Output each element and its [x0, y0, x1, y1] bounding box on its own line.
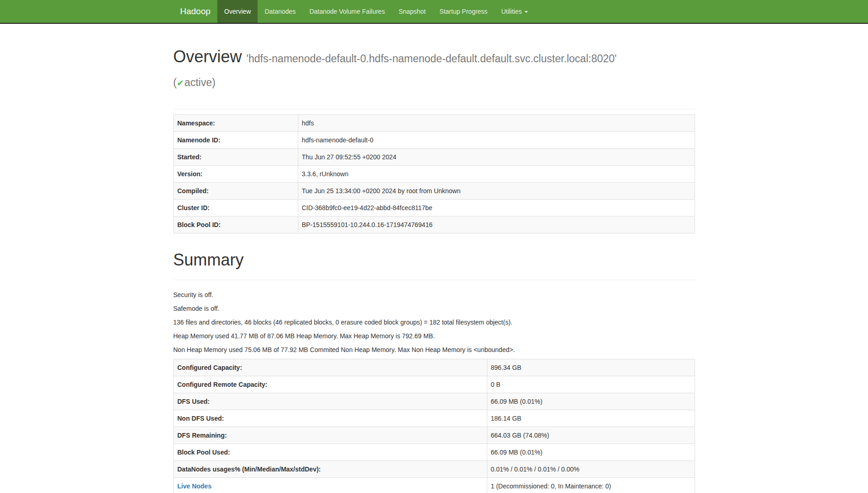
- table-row: Compiled:Tue Jun 25 13:34:00 +0200 2024 …: [173, 183, 695, 200]
- row-label-text: Namespace:: [178, 119, 216, 127]
- row-label-text: DataNodes usages% (Min/Median/Max/stdDev…: [178, 466, 321, 473]
- row-label: Configured Capacity:: [173, 359, 487, 376]
- table-row: Block Pool ID:BP-1515559101-10.244.0.16-…: [173, 217, 695, 233]
- table-row: Block Pool Used:66.09 MB (0.01%): [173, 444, 695, 461]
- navbar: Hadoop OverviewDatanodesDatanode Volume …: [0, 0, 868, 24]
- overview-page-header: Overview 'hdfs-namenode-default-0.hdfs-n…: [173, 48, 695, 109]
- table-row: Namenode ID:hdfs-namenode-default-0: [173, 132, 695, 149]
- table-row: Live Nodes1 (Decommissioned: 0, In Maint…: [173, 478, 695, 493]
- table-row: Version:3.3.6, rUnknown: [173, 166, 695, 183]
- row-label-text: Block Pool Used:: [178, 449, 230, 456]
- nav-item-startup-progress: Startup Progress: [432, 0, 494, 23]
- nav-link-label: Overview: [224, 8, 251, 15]
- caret-down-icon: [524, 11, 528, 13]
- namenode-state: (✔active): [173, 68, 695, 92]
- table-row: DFS Used:66.09 MB (0.01%): [173, 393, 695, 410]
- active-check-icon: ✔: [177, 78, 184, 88]
- row-label-text: Version:: [178, 170, 203, 178]
- nav-link-datanodes[interactable]: Datanodes: [258, 0, 302, 23]
- summary-paragraph: 136 files and directories, 46 blocks (46…: [173, 318, 695, 327]
- row-value: hdfs-namenode-default-0: [298, 132, 695, 149]
- row-label: Block Pool Used:: [173, 444, 487, 461]
- nav-link-datanode-volume-failures[interactable]: Datanode Volume Failures: [302, 0, 392, 23]
- row-value: 66.09 MB (0.01%): [487, 444, 695, 461]
- table-row: DFS Remaining:664.03 GB (74.08%): [173, 427, 695, 444]
- table-row: Configured Capacity:896.34 GB: [173, 359, 695, 376]
- table-row: Non DFS Used:186.14 GB: [173, 410, 695, 427]
- row-label: DataNodes usages% (Min/Median/Max/stdDev…: [173, 461, 487, 478]
- row-value: hdfs: [298, 115, 695, 132]
- row-label: DFS Used:: [173, 393, 487, 410]
- brand-link[interactable]: Hadoop: [173, 0, 218, 23]
- row-label-text: DFS Remaining:: [178, 432, 227, 439]
- row-label-text: Cluster ID:: [178, 204, 210, 211]
- nav-link-label: Utilities: [501, 8, 522, 15]
- main-content: Overview 'hdfs-namenode-default-0.hdfs-n…: [167, 48, 702, 493]
- row-label: DFS Remaining:: [173, 427, 487, 444]
- row-label: Live Nodes: [173, 478, 487, 493]
- row-value: 664.03 GB (74.08%): [487, 427, 695, 444]
- row-value: 3.3.6, rUnknown: [298, 166, 695, 183]
- page-title: Overview 'hdfs-namenode-default-0.hdfs-n…: [173, 48, 695, 92]
- row-value: BP-1515559101-10.244.0.16-1719474769416: [298, 217, 695, 233]
- row-label: Namenode ID:: [173, 132, 298, 149]
- state-label: active): [184, 76, 216, 88]
- summary-paragraph: Safemode is off.: [173, 304, 695, 314]
- row-label: Namespace:: [173, 115, 298, 132]
- nav-item-datanodes: Datanodes: [258, 0, 302, 23]
- namenode-info-table: Namespace:hdfsNamenode ID:hdfs-namenode-…: [173, 114, 695, 233]
- row-value: 186.14 GB: [487, 410, 695, 427]
- navbar-menu: OverviewDatanodesDatanode Volume Failure…: [217, 0, 534, 23]
- row-label-text: Block Pool ID:: [178, 221, 221, 228]
- row-value: 0 B: [487, 376, 695, 393]
- table-row: Cluster ID:CID-368b9fc0-ee19-4d22-abbd-8…: [173, 200, 695, 217]
- nav-link-label: Snapshot: [399, 8, 426, 15]
- nav-link-label: Startup Progress: [439, 8, 487, 15]
- summary-table: Configured Capacity:896.34 GBConfigured …: [173, 359, 695, 493]
- nav-link-overview[interactable]: Overview: [217, 0, 258, 23]
- row-label: Configured Remote Capacity:: [173, 376, 487, 393]
- nav-link-snapshot[interactable]: Snapshot: [392, 0, 432, 23]
- table-row: Namespace:hdfs: [173, 115, 695, 132]
- summary-paragraph: Non Heap Memory used 75.06 MB of 77.92 M…: [173, 345, 695, 355]
- namenode-address: 'hdfs-namenode-default-0.hdfs-namenode-d…: [247, 53, 617, 65]
- nav-item-snapshot: Snapshot: [392, 0, 432, 23]
- page-title-text: Overview: [173, 47, 242, 66]
- row-label-text: Namenode ID:: [178, 136, 221, 144]
- row-label: Compiled:: [173, 183, 298, 200]
- row-value: 896.34 GB: [487, 359, 695, 376]
- row-label: Version:: [173, 166, 298, 183]
- nav-link-label: Datanode Volume Failures: [309, 8, 385, 15]
- nav-link-startup-progress[interactable]: Startup Progress: [432, 0, 494, 23]
- row-value: CID-368b9fc0-ee19-4d22-abbd-84fcec8117be: [298, 200, 695, 217]
- nav-link-utilities[interactable]: Utilities: [494, 0, 534, 23]
- table-row: DataNodes usages% (Min/Median/Max/stdDev…: [173, 461, 695, 478]
- nav-link-label: Datanodes: [264, 8, 296, 15]
- row-value: 0.01% / 0.01% / 0.01% / 0.00%: [487, 461, 695, 478]
- nav-item-overview: Overview: [217, 0, 258, 23]
- live-nodes-link[interactable]: Live Nodes: [178, 482, 212, 490]
- table-row: Started:Thu Jun 27 09:52:55 +0200 2024: [173, 149, 695, 166]
- row-label: Cluster ID:: [173, 200, 298, 217]
- row-label: Block Pool ID:: [173, 217, 298, 233]
- row-label: Non DFS Used:: [173, 410, 487, 427]
- row-label-text: Configured Remote Capacity:: [178, 381, 268, 388]
- row-value: 1 (Decommissioned: 0, In Maintenance: 0): [487, 478, 695, 493]
- row-label-text: Non DFS Used:: [178, 415, 224, 422]
- table-row: Configured Remote Capacity:0 B: [173, 376, 695, 393]
- nav-item-utilities: Utilities: [494, 0, 534, 23]
- summary-paragraph: Heap Memory used 41.77 MB of 87.06 MB He…: [173, 331, 695, 341]
- summary-paragraphs: Security is off.Safemode is off.136 file…: [173, 290, 695, 355]
- summary-heading: Summary: [173, 251, 695, 269]
- row-label-text: DFS Used:: [178, 398, 210, 405]
- summary-page-header: Summary: [173, 251, 695, 280]
- row-value: Thu Jun 27 09:52:55 +0200 2024: [298, 149, 695, 166]
- row-label: Started:: [173, 149, 298, 166]
- nav-item-datanode-volume-failures: Datanode Volume Failures: [302, 0, 392, 23]
- row-label-text: Compiled:: [178, 187, 209, 195]
- row-label-text: Configured Capacity:: [178, 364, 243, 371]
- row-value: Tue Jun 25 13:34:00 +0200 2024 by root f…: [298, 183, 695, 200]
- row-value: 66.09 MB (0.01%): [487, 393, 695, 410]
- row-label-text: Started:: [178, 153, 202, 161]
- summary-paragraph: Security is off.: [173, 290, 695, 300]
